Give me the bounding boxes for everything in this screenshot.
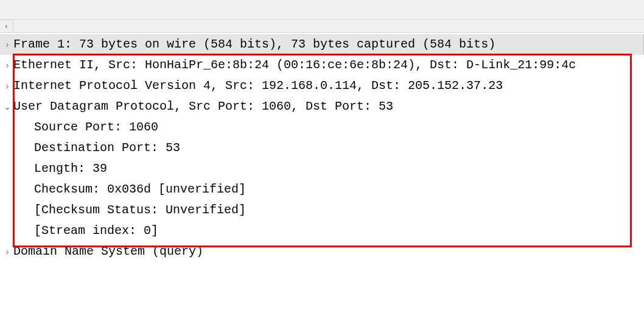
collapse-icon[interactable]: ⌄: [1, 96, 13, 117]
tree-label-dns: Domain Name System (query): [13, 241, 644, 262]
horizontal-scrollbar[interactable]: [13, 19, 644, 33]
tree-label-ethernet: Ethernet II, Src: HonHaiPr_6e:8b:24 (00:…: [13, 55, 644, 76]
tree-row-udp-stream-index[interactable]: [Stream index: 0]: [0, 221, 644, 241]
tree-row-ethernet[interactable]: › Ethernet II, Src: HonHaiPr_6e:8b:24 (0…: [0, 55, 644, 76]
tree-label-udp-stream-index: [Stream index: 0]: [13, 221, 644, 241]
expand-icon[interactable]: ›: [1, 34, 13, 55]
tree-label-udp-checksum: Checksum: 0x036d [unverified]: [13, 179, 644, 200]
packet-details-tree: › Frame 1: 73 bytes on wire (584 bits), …: [0, 34, 644, 262]
tree-label-frame: Frame 1: 73 bytes on wire (584 bits), 73…: [13, 34, 643, 55]
expand-icon[interactable]: ›: [1, 76, 13, 96]
tree-label-ip: Internet Protocol Version 4, Src: 192.16…: [13, 76, 644, 96]
tree-row-dns[interactable]: › Domain Name System (query): [0, 241, 644, 262]
tree-label-udp-length: Length: 39: [13, 158, 644, 179]
tree-row-udp-dstport[interactable]: Destination Port: 53: [0, 138, 644, 158]
tree-row-udp[interactable]: ⌄ User Datagram Protocol, Src Port: 1060…: [0, 96, 644, 117]
tree-row-udp-srcport[interactable]: Source Port: 1060: [0, 117, 644, 138]
tree-row-udp-checksum[interactable]: Checksum: 0x036d [unverified]: [0, 179, 644, 200]
tree-row-udp-checksum-status[interactable]: [Checksum Status: Unverified]: [0, 200, 644, 221]
tree-label-udp-srcport: Source Port: 1060: [13, 117, 644, 138]
tree-row-ip[interactable]: › Internet Protocol Version 4, Src: 192.…: [0, 76, 644, 96]
expand-icon[interactable]: ›: [1, 55, 13, 76]
chevron-left-icon: ‹: [4, 22, 9, 31]
tree-label-udp-dstport: Destination Port: 53: [13, 138, 644, 158]
tree-label-udp-checksum-status: [Checksum Status: Unverified]: [13, 200, 644, 221]
scroll-left-button[interactable]: ‹: [0, 19, 13, 33]
tree-row-frame[interactable]: › Frame 1: 73 bytes on wire (584 bits), …: [0, 34, 644, 55]
expand-icon[interactable]: ›: [1, 241, 13, 262]
tree-label-udp: User Datagram Protocol, Src Port: 1060, …: [13, 96, 644, 117]
tree-row-udp-length[interactable]: Length: 39: [0, 158, 644, 179]
top-gray-strip: [0, 0, 644, 19]
